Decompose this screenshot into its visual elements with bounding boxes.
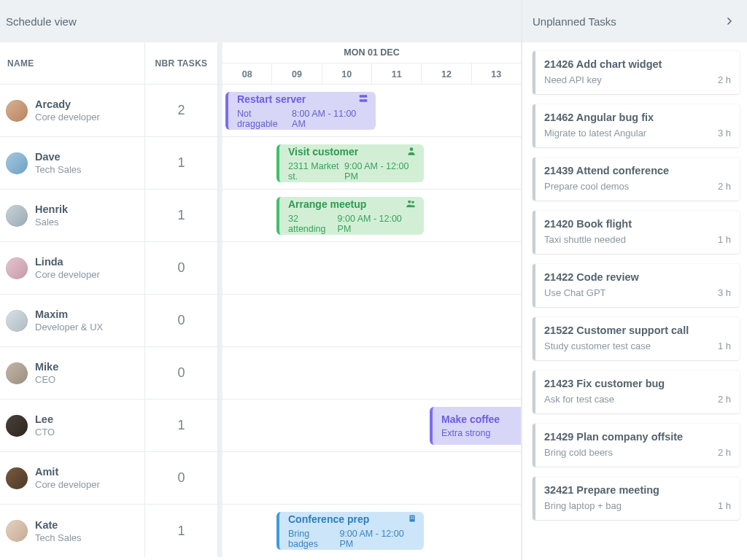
task-duration: 1 h: [718, 500, 731, 511]
event-make-coffee[interactable]: Make coffee Extra strong: [430, 407, 521, 445]
timeline-date: MON 01 DEC: [222, 42, 521, 63]
resource-role: CEO: [35, 374, 58, 385]
unplanned-task[interactable]: 21420 Book flight Taxi shuttle needed1 h: [533, 211, 740, 254]
svg-rect-7: [413, 516, 414, 518]
resource-cell[interactable]: Lee CTO: [0, 400, 145, 451]
resource-role: Developer & UX: [35, 322, 103, 332]
hour-col: 11: [371, 63, 421, 85]
task-duration: 2 h: [718, 447, 731, 458]
resource-name: Arcady: [35, 98, 100, 110]
resource-cell[interactable]: Dave Tech Sales: [0, 137, 145, 189]
timeline-slot[interactable]: Make coffee Extra strong: [218, 400, 521, 451]
resource-row: Kate Tech Sales 1 Conference prep Bring …: [0, 505, 521, 557]
unplanned-task[interactable]: 21423 Fix customer bug Ask for test case…: [533, 370, 740, 413]
column-header-tasks[interactable]: NBR TASKS: [145, 42, 218, 84]
avatar: [6, 100, 28, 122]
event-visit-customer[interactable]: Visit customer 2311 Market st.9:00 AM - …: [276, 144, 424, 182]
task-count: 1: [145, 190, 218, 241]
resource-name: Dave: [35, 151, 82, 163]
task-title: 21429 Plan company offsite: [544, 431, 731, 443]
schedule-title: Schedule view: [6, 15, 77, 28]
hour-col: 10: [322, 63, 371, 85]
column-header-name[interactable]: NAME: [0, 42, 145, 84]
task-duration: 2 h: [718, 394, 731, 405]
event-time: 8:00 AM - 11:00 AM: [292, 109, 368, 129]
event-time: 9:00 AM - 12:00 PM: [344, 161, 417, 182]
resource-row: Arcady Core developer 2 Restart server N…: [0, 85, 521, 137]
resource-cell[interactable]: Linda Core developer: [0, 242, 145, 294]
svg-point-3: [408, 200, 411, 203]
resource-role: Tech Sales: [35, 164, 82, 175]
timeline-slot[interactable]: [218, 242, 521, 294]
svg-point-4: [411, 201, 414, 203]
avatar: [6, 310, 28, 332]
chevron-right-icon[interactable]: [722, 14, 737, 28]
timeline-slot[interactable]: Conference prep Bring badges9:00 AM - 12…: [218, 505, 521, 557]
resource-cell[interactable]: Amit Core developer: [0, 452, 145, 504]
task-title: 21423 Fix customer bug: [544, 378, 731, 389]
resource-role: Sales: [35, 217, 68, 228]
task-count: 1: [145, 137, 218, 189]
svg-rect-1: [360, 99, 368, 102]
resource-cell[interactable]: Kate Tech Sales: [0, 505, 145, 557]
timeline-slot[interactable]: [218, 347, 521, 399]
schedule-rows: Arcady Core developer 2 Restart server N…: [0, 85, 521, 560]
task-sub: Migrate to latest Angular: [544, 128, 646, 139]
event-arrange-meetup[interactable]: Arrange meetup 32 attending9:00 AM - 12:…: [276, 197, 424, 235]
svg-rect-5: [410, 515, 415, 521]
unplanned-task[interactable]: 21462 Angular bug fix Migrate to latest …: [533, 104, 740, 147]
resource-cell[interactable]: Mike CEO: [0, 347, 145, 399]
timeline-slot[interactable]: Visit customer 2311 Market st.9:00 AM - …: [218, 137, 521, 189]
unplanned-task[interactable]: 21422 Code review Use Chat GPT3 h: [533, 264, 740, 307]
event-restart-server[interactable]: Restart server Not draggable8:00 AM - 11…: [225, 92, 376, 130]
task-sub: Use Chat GPT: [544, 287, 606, 298]
unplanned-title: Unplanned Tasks: [533, 15, 616, 28]
task-duration: 3 h: [718, 287, 731, 298]
timeline-slot[interactable]: Restart server Not draggable8:00 AM - 11…: [218, 85, 521, 136]
task-title: 21422 Code review: [544, 271, 731, 283]
svg-rect-0: [360, 95, 368, 98]
task-sub: Taxi shuttle needed: [544, 234, 626, 245]
resource-name: Kate: [35, 519, 82, 531]
resource-row: Maxim Developer & UX 0: [0, 295, 521, 347]
resource-cell[interactable]: Henrik Sales: [0, 190, 145, 241]
resource-row: Henrik Sales 1 Arrange meetup 32 attendi…: [0, 190, 521, 242]
resource-row: Amit Core developer 0: [0, 452, 521, 505]
unplanned-task[interactable]: 21439 Attend conference Prepare cool dem…: [533, 158, 740, 201]
server-icon: [358, 93, 368, 106]
task-title: 21462 Angular bug fix: [544, 112, 731, 123]
task-sub: Prepare cool demos: [544, 181, 629, 192]
task-count: 1: [145, 505, 218, 557]
event-title: Visit customer: [288, 146, 358, 158]
event-title: Make coffee: [441, 413, 500, 425]
task-count: 2: [145, 85, 218, 136]
avatar: [6, 152, 28, 174]
unplanned-task[interactable]: 32421 Prepare meeting Bring laptop + bag…: [533, 477, 740, 520]
event-sub: Not draggable: [237, 109, 292, 129]
task-sub: Need API key: [544, 74, 602, 85]
resource-name: Mike: [35, 361, 58, 373]
avatar: [6, 520, 28, 542]
resource-cell[interactable]: Arcady Core developer: [0, 85, 145, 136]
unplanned-task[interactable]: 21426 Add chart widget Need API key2 h: [533, 51, 740, 94]
task-duration: 3 h: [718, 128, 731, 139]
resource-role: CTO: [35, 427, 55, 438]
resource-row: Linda Core developer 0: [0, 242, 521, 295]
task-sub: Bring laptop + bag: [544, 500, 622, 511]
task-title: 21420 Book flight: [544, 218, 731, 230]
resource-role: Core developer: [35, 479, 100, 490]
event-sub: 2311 Market st.: [288, 161, 344, 182]
event-time: 9:00 AM - 12:00 PM: [339, 529, 417, 549]
timeline-slot[interactable]: [218, 295, 521, 346]
unplanned-task[interactable]: 21429 Plan company offsite Bring cold be…: [533, 424, 740, 467]
unplanned-task-list: 21426 Add chart widget Need API key2 h 2…: [522, 42, 747, 560]
task-duration: 2 h: [718, 181, 731, 192]
svg-point-2: [410, 147, 414, 151]
resource-name: Linda: [35, 256, 100, 268]
event-conference-prep[interactable]: Conference prep Bring badges9:00 AM - 12…: [276, 512, 424, 550]
timeline-slot[interactable]: [218, 452, 521, 504]
users-icon: [405, 198, 417, 211]
unplanned-task[interactable]: 21522 Customer support call Study custom…: [533, 317, 740, 360]
resource-cell[interactable]: Maxim Developer & UX: [0, 295, 145, 346]
timeline-slot[interactable]: Arrange meetup 32 attending9:00 AM - 12:…: [218, 190, 521, 241]
